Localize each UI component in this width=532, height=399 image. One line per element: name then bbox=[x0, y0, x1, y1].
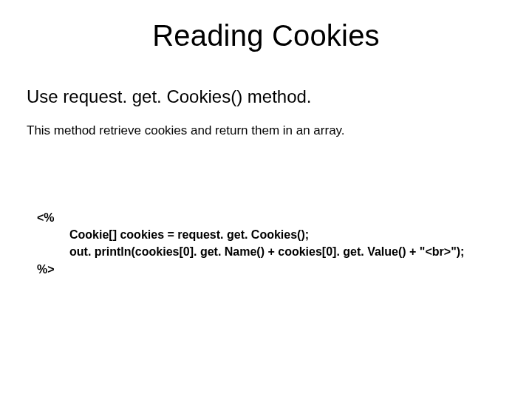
subheading: Use request. get. Cookies() method. bbox=[27, 86, 505, 107]
page-title: Reading Cookies bbox=[27, 19, 505, 52]
code-block: <% Cookie[] cookies = request. get. Cook… bbox=[27, 209, 505, 278]
code-line-2: out. println(cookies[0]. get. Name() + c… bbox=[37, 243, 505, 260]
slide: Reading Cookies Use request. get. Cookie… bbox=[0, 0, 532, 399]
code-close-tag: %> bbox=[37, 261, 505, 278]
description: This method retrieve cookies and return … bbox=[27, 123, 505, 138]
code-open-tag: <% bbox=[37, 209, 505, 226]
code-line-1: Cookie[] cookies = request. get. Cookies… bbox=[37, 226, 505, 243]
